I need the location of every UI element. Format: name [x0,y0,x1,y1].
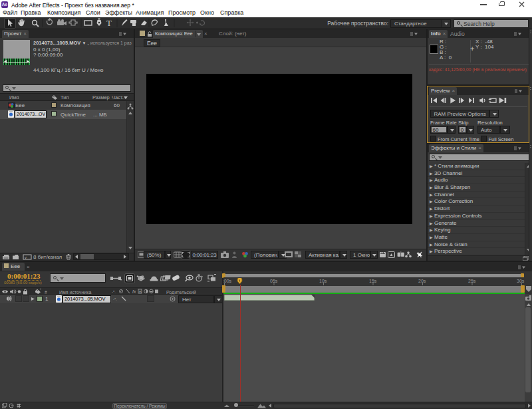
svg-text:v: v [25,255,27,259]
svg-text:#: # [45,290,47,295]
svg-text:fx: fx [132,289,136,294]
svg-text:B: B [139,290,142,294]
svg-text:-*.: -*. [112,290,116,294]
svg-text:T: T [106,18,112,28]
